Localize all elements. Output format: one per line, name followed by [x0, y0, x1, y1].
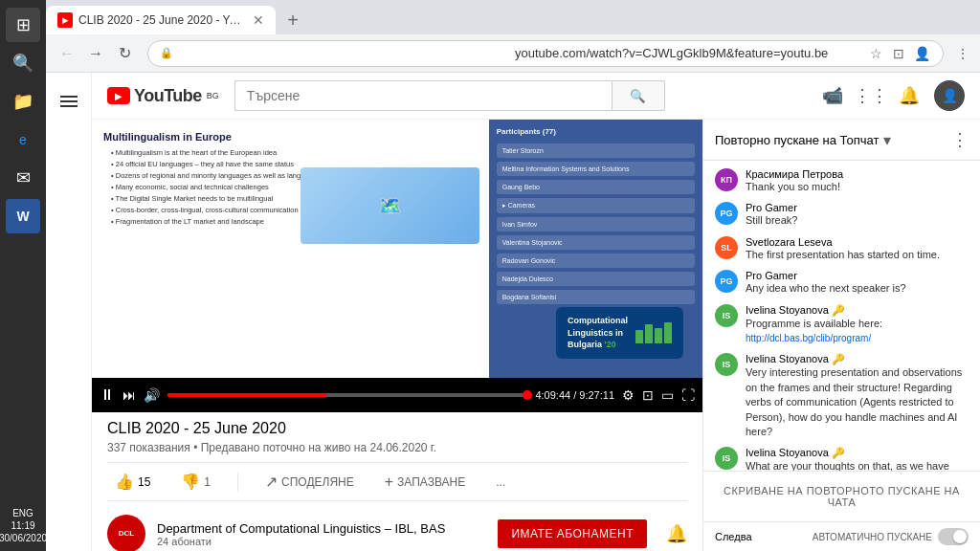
yt-header-right: 📹 ⋮⋮ 🔔 👤	[819, 80, 965, 111]
video-info: CLIB 2020 - 25 June 2020 337 показвания …	[92, 412, 702, 505]
msg-text: Still break?	[746, 213, 969, 228]
chat-panel: Повторно пускане на Топчат ▾ ⋮ КП Красим…	[702, 120, 980, 551]
dislike-icon: 👎	[181, 473, 200, 491]
save-button[interactable]: + ЗАПАЗВАНЕ	[377, 470, 473, 495]
taskbar: ⊞ 🔍 📁 e ✉ W ENG 11:19 30/06/2020	[0, 0, 46, 551]
chat-messages: КП Красимира Петрова Thank you so much! …	[703, 161, 980, 471]
tab-close-button[interactable]: ✕	[253, 12, 264, 28]
taskbar-ie[interactable]: e	[6, 122, 40, 157]
msg-author: Красимира Петрова	[746, 168, 969, 180]
overlay-text: Computational Linguistics in Bulgaria '2…	[568, 315, 628, 351]
msg-content: Ivelina Stoyanova 🔑 What are your though…	[746, 447, 969, 471]
taskbar-language[interactable]: ENG	[12, 508, 33, 518]
profile-icon[interactable]: 👤	[912, 44, 931, 63]
like-button[interactable]: 👍 15	[107, 469, 158, 495]
forward-button[interactable]: →	[82, 40, 109, 67]
camera-icon[interactable]: 📹	[819, 82, 846, 109]
theater-icon[interactable]: ▭	[661, 387, 674, 403]
msg-text: The first presentation has started on ti…	[746, 248, 969, 262]
taskbar-search[interactable]: 🔍	[6, 46, 40, 80]
video-controls: ⏸ ⏭ 🔊 4:09:44 / 9:27:11	[92, 378, 702, 412]
fullscreen-icon[interactable]: ⛶	[681, 387, 695, 403]
yt-sidebar	[46, 73, 92, 551]
channel-name[interactable]: Department of Computational Linguistics …	[157, 521, 486, 536]
progress-dot	[523, 390, 532, 400]
address-bar[interactable]: 🔒 youtube.com/watch?v=CJWLgGklb9M&featur…	[147, 40, 944, 67]
map-visual: 🗺️	[301, 167, 479, 244]
subscribe-button[interactable]: ИМАТЕ АБОНАМЕНТ	[498, 519, 647, 548]
video-player[interactable]: Multilingualism in Europe • Multilingual…	[92, 120, 702, 378]
more-button[interactable]: ...	[488, 472, 513, 493]
msg-link[interactable]: http://dcl.bas.bg/clib/program/	[746, 333, 871, 343]
progress-bar[interactable]	[167, 393, 527, 397]
chat-input-area[interactable]: СКРИВАНЕ НА ПОВТОРНОТО ПУСКАНЕ НА ЧАТА	[703, 471, 980, 521]
miniplayer-icon[interactable]: ⊡	[642, 387, 654, 403]
notification-bell-channel-icon[interactable]: 🔔	[666, 523, 687, 544]
yt-main: YouTube BG 🔍 📹 ⋮⋮ 🔔 👤	[92, 73, 980, 551]
toggle-knob	[953, 530, 967, 543]
chat-next-label: Следва	[715, 531, 752, 542]
video-title: CLIB 2020 - 25 June 2020	[107, 420, 687, 437]
chat-title: Повторно пускане на Топчат ▾	[715, 131, 951, 149]
yt-search: 🔍	[234, 80, 665, 111]
msg-avatar: IS	[715, 304, 738, 327]
reload-button[interactable]: ↻	[111, 40, 138, 67]
chat-hide-button[interactable]: СКРИВАНЕ НА ПОВТОРНОТО ПУСКАНЕ НА ЧАТА	[715, 479, 969, 514]
active-tab[interactable]: ▶ CLIB 2020 - 25 June 2020 - YouTu... ✕	[46, 6, 276, 34]
cast-icon[interactable]: ⊡	[889, 44, 908, 63]
msg-content: Красимира Петрова Thank you so much!	[746, 168, 969, 194]
msg-content: Pro Gamer Still break?	[746, 202, 969, 228]
msg-text: Any idea who the next speaker is?	[746, 281, 969, 296]
content-area: Multilingualism in Europe • Multilingual…	[92, 120, 980, 551]
msg-avatar: SL	[715, 236, 738, 259]
msg-avatar: PG	[715, 270, 738, 293]
yt-logo-icon	[107, 87, 130, 104]
chat-message: IS Ivelina Stoyanova 🔑 What are your tho…	[715, 447, 969, 471]
panel-item-2: Meltina Information Systems and Solution…	[497, 162, 695, 176]
channel-avatar[interactable]: DCL	[107, 515, 145, 551]
taskbar-word[interactable]: W	[6, 199, 40, 233]
chat-menu-icon[interactable]: ⋮	[951, 129, 969, 150]
notification-bell-icon[interactable]: 🔔	[896, 82, 923, 109]
panel-item-5: Ivan Simfov	[497, 217, 695, 231]
msg-text: Very interesting presentation and observ…	[746, 365, 969, 439]
msg-text: What are your thoughts on that, as we ha…	[746, 459, 969, 471]
new-tab-button[interactable]: +	[279, 7, 306, 33]
video-player-container: Multilingualism in Europe • Multilingual…	[92, 120, 702, 412]
settings-icon[interactable]: ⚙	[622, 387, 635, 403]
volume-button[interactable]: 🔊	[144, 387, 160, 403]
yt-logo[interactable]: YouTube BG	[107, 86, 219, 106]
taskbar-time: 11:19	[11, 520, 34, 531]
chat-message: IS Ivelina Stoyanova 🔑 Very interesting …	[715, 353, 969, 439]
video-actions: 👍 15 👎 1 ↗ СПОДЕЛЯНЕ	[107, 462, 687, 501]
slide-title: Multilingualism in Europe	[103, 131, 478, 143]
pause-button[interactable]: ⏸	[100, 386, 115, 404]
back-button[interactable]: ←	[54, 40, 80, 67]
taskbar-mail[interactable]: ✉	[6, 161, 40, 195]
panel-item-9: Bogdana Sofianisi	[497, 290, 695, 304]
chat-message: КП Красимира Петрова Thank you so much!	[715, 168, 969, 194]
search-button[interactable]: 🔍	[612, 80, 665, 111]
auto-play-toggle: АВТОМАТИЧНО ПУСКАНЕ	[813, 528, 969, 545]
extensions-icon[interactable]: ⋮	[953, 44, 972, 63]
taskbar-files[interactable]: 📁	[6, 84, 40, 119]
panel-item-6: Valentina Stojanovic	[497, 235, 695, 250]
address-text: youtube.com/watch?v=CJWLgGklb9M&feature=…	[515, 46, 866, 60]
slide-bullet-1: • Multilingualism is at the heart of the…	[111, 148, 478, 157]
skip-button[interactable]: ⏭	[122, 387, 136, 403]
share-button[interactable]: ↗ СПОДЕЛЯНЕ	[257, 469, 362, 495]
apps-icon[interactable]: ⋮⋮	[858, 82, 884, 109]
user-avatar[interactable]: 👤	[934, 80, 965, 111]
msg-avatar: КП	[715, 168, 738, 191]
overlay-chart	[635, 322, 672, 343]
search-input[interactable]	[234, 80, 612, 111]
taskbar-start[interactable]: ⊞	[6, 8, 40, 42]
bookmark-icon[interactable]: ☆	[866, 44, 885, 63]
autoplay-toggle-switch[interactable]	[938, 528, 969, 545]
dislike-button[interactable]: 👎 1	[173, 469, 218, 495]
chat-dropdown-icon[interactable]: ▾	[883, 131, 891, 149]
tab-bar: ▶ CLIB 2020 - 25 June 2020 - YouTu... ✕ …	[46, 0, 980, 34]
msg-author: Ivelina Stoyanova 🔑	[746, 304, 969, 317]
chat-footer: Следва АВТОМАТИЧНО ПУСКАНЕ	[703, 521, 980, 551]
hamburger-menu[interactable]	[52, 84, 86, 119]
